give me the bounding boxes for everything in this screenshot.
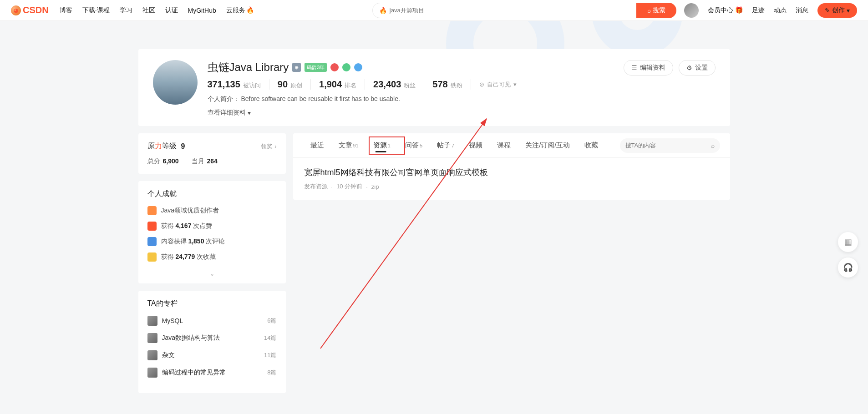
column-name: MySQL <box>162 317 263 324</box>
column-thumb <box>147 368 157 378</box>
column-item[interactable]: 杂文11篇 <box>147 350 277 360</box>
chevron-down-icon: ▾ <box>513 81 517 88</box>
stats-row: 371,135被访问 90原创 1,904排名 23,403粉丝 578铁粉 ⊘… <box>208 79 716 90</box>
stat-fans: 23,403粉丝 <box>365 79 424 90</box>
chevron-down-icon: ▾ <box>847 7 850 14</box>
column-item[interactable]: 编码过程中的常见异常8篇 <box>147 368 277 378</box>
create-label: 创作 <box>832 6 845 15</box>
avatar[interactable] <box>684 3 699 18</box>
achievement-icon <box>147 206 157 215</box>
nav-github[interactable]: MyGitHub <box>188 7 216 14</box>
chevron-down-icon: ▾ <box>248 109 251 116</box>
columns: 原力等级 9 领奖 › 总分6,900 当月264 个人成就 Java领域优质创… <box>138 133 730 393</box>
logo-text: CSDN <box>23 5 49 15</box>
column-name: 杂文 <box>162 351 260 359</box>
achievement-icon <box>147 222 157 231</box>
bio-text: Before software can be reusable it first… <box>241 95 400 102</box>
tab-关注/订阅/互动[interactable]: 关注/订阅/互动 <box>518 133 577 158</box>
search-input[interactable] <box>390 7 629 14</box>
visibility-toggle[interactable]: ⊘ 自己可见 ▾ <box>471 81 517 89</box>
chevron-down-icon: ⌄ <box>210 271 214 277</box>
force-level: 9 <box>181 142 185 151</box>
profile-avatar[interactable] <box>153 60 198 105</box>
nav-learn[interactable]: 学习 <box>120 6 132 15</box>
tab-最近[interactable]: 最近 <box>303 133 331 158</box>
nav-activity[interactable]: 动态 <box>774 6 787 15</box>
nav-community[interactable]: 社区 <box>142 6 155 15</box>
tab-收藏[interactable]: 收藏 <box>577 133 605 158</box>
settings-button[interactable]: ⚙ 设置 <box>679 60 716 76</box>
detail-link[interactable]: 查看详细资料 ▾ <box>208 109 716 117</box>
search-wrap: 🔥 ⌕ 搜索 <box>372 3 676 18</box>
pen-icon: ✎ <box>825 7 830 14</box>
force-header: 原力等级 9 领奖 › <box>147 141 277 151</box>
tab-视频[interactable]: 视频 <box>462 133 490 158</box>
search-button[interactable]: ⌕ 搜索 <box>636 3 676 18</box>
float-buttons: ▦ 🎧 <box>838 232 858 278</box>
search-icon: ⌕ <box>711 142 715 149</box>
achievement-icon <box>147 252 157 262</box>
badge-auth: ⊕ <box>292 63 301 72</box>
main-container: 虫链Java Library ⊕ 码龄3年 371,135被访问 90原创 1,… <box>138 21 730 393</box>
fire-icon: 🔥 <box>379 7 387 14</box>
column-name: 编码过程中的常见异常 <box>162 369 263 377</box>
badge-icon <box>342 63 350 71</box>
search-icon: ⌕ <box>647 7 651 14</box>
support-button[interactable]: 🎧 <box>838 257 858 278</box>
force-level-card: 原力等级 9 领奖 › 总分6,900 当月264 <box>138 133 286 174</box>
username: 虫链Java Library <box>208 60 289 75</box>
column-thumb <box>147 333 157 343</box>
achievements-title: 个人成就 <box>147 189 277 199</box>
stat-ironfans: 578铁粉 <box>424 79 471 90</box>
nav-messages[interactable]: 消息 <box>796 6 808 15</box>
nav-footprint[interactable]: 足迹 <box>752 6 765 15</box>
logo[interactable]: ◕ CSDN <box>11 5 49 15</box>
achievement-text: 获得 24,779 次收藏 <box>161 253 216 261</box>
tab-帖子[interactable]: 帖子7 <box>430 133 462 158</box>
profile-actions: ☰ 编辑资料 ⚙ 设置 <box>624 60 716 76</box>
tab-资源[interactable]: 资源1 <box>366 133 398 158</box>
profile-card: 虫链Java Library ⊕ 码龄3年 371,135被访问 90原创 1,… <box>138 49 730 126</box>
eye-off-icon: ⊘ <box>479 81 484 88</box>
gear-icon: ⚙ <box>686 64 692 71</box>
tabs: 最近文章91资源1问答5帖子7视频课程关注/订阅/互动收藏 ⌕ <box>293 133 730 158</box>
column-thumb <box>147 350 157 360</box>
resource-title[interactable]: 宽屏html5网络科技有限公司官网单页面响应式模板 <box>304 167 719 178</box>
search-box[interactable]: 🔥 <box>372 3 636 18</box>
achievement-item: 内容获得 1,850 次评论 <box>147 237 277 246</box>
nav-downloads[interactable]: 下载·课程 <box>82 6 110 15</box>
tab-文章[interactable]: 文章91 <box>331 133 366 158</box>
column-item[interactable]: MySQL6篇 <box>147 316 277 326</box>
edit-profile-button[interactable]: ☰ 编辑资料 <box>624 60 673 76</box>
nav-right: 会员中心 🎁 足迹 动态 消息 ✎ 创作 ▾ <box>684 3 857 18</box>
force-title: 原力等级 <box>147 141 177 151</box>
achievement-text: 内容获得 1,850 次评论 <box>161 237 225 246</box>
column-count: 11篇 <box>264 351 276 359</box>
stat-original: 90原创 <box>269 79 311 90</box>
expand-button[interactable]: ⌄ <box>147 268 277 280</box>
column-thumb <box>147 316 157 326</box>
tab-课程[interactable]: 课程 <box>490 133 518 158</box>
nav-blog[interactable]: 博客 <box>60 6 72 15</box>
column-item[interactable]: Java数据结构与算法14篇 <box>147 333 277 343</box>
qr-button[interactable]: ▦ <box>838 232 858 252</box>
nav-cloud[interactable]: 云服务🔥 <box>226 6 254 15</box>
stat-visits: 371,135被访问 <box>208 79 269 90</box>
tab-search[interactable]: ⌕ <box>620 138 720 153</box>
award-link[interactable]: 领奖 › <box>261 142 276 151</box>
create-button[interactable]: ✎ 创作 ▾ <box>817 3 857 18</box>
nav-member[interactable]: 会员中心 🎁 <box>708 6 743 15</box>
resource-meta: 发布资源 · 10 分钟前 · zip <box>304 182 719 191</box>
badge-code-age: 码龄3年 <box>305 63 327 72</box>
resource-item[interactable]: 宽屏html5网络科技有限公司官网单页面响应式模板 发布资源 · 10 分钟前 … <box>293 158 730 200</box>
achievement-icon <box>147 237 157 246</box>
search-btn-label: 搜索 <box>653 6 665 15</box>
headset-icon: 🎧 <box>843 263 853 273</box>
nav-links: 博客 下载·课程 学习 社区 认证 MyGitHub 云服务🔥 <box>60 6 254 15</box>
tab-search-input[interactable] <box>625 142 711 149</box>
tab-问答[interactable]: 问答5 <box>398 133 430 158</box>
left-column: 原力等级 9 领奖 › 总分6,900 当月264 个人成就 Java领域优质创… <box>138 133 286 393</box>
badge-icon <box>354 63 362 71</box>
nav-cert[interactable]: 认证 <box>165 6 178 15</box>
column-count: 6篇 <box>267 317 276 325</box>
